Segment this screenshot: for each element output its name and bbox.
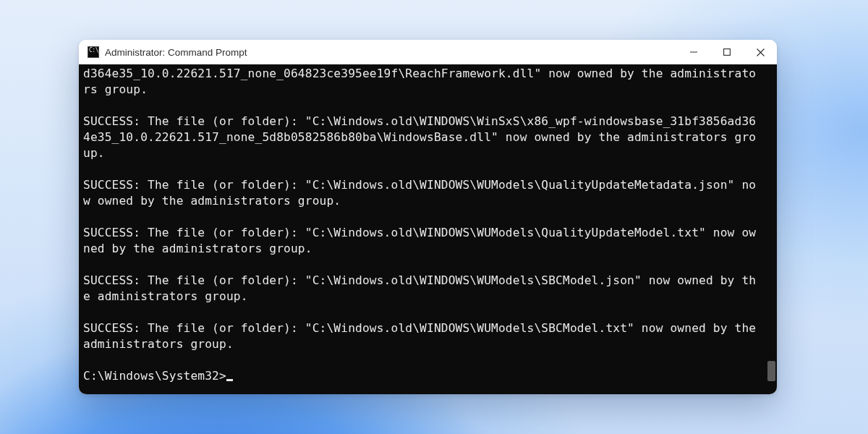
cmd-prompt-icon bbox=[88, 46, 99, 58]
terminal-line: d364e35_10.0.22621.517_none_064823ce395e… bbox=[83, 66, 762, 98]
terminal-line: SUCCESS: The file (or folder): "C:\Windo… bbox=[83, 225, 762, 257]
terminal-line: SUCCESS: The file (or folder): "C:\Windo… bbox=[83, 320, 762, 352]
maximize-button[interactable] bbox=[710, 40, 744, 64]
terminal-prompt-line[interactable]: C:\Windows\System32> bbox=[83, 368, 762, 384]
vertical-scrollbar[interactable] bbox=[766, 64, 777, 394]
close-button[interactable] bbox=[744, 40, 777, 64]
terminal-line: SUCCESS: The file (or folder): "C:\Windo… bbox=[83, 114, 762, 161]
terminal-line bbox=[83, 161, 762, 177]
scrollbar-track[interactable] bbox=[767, 64, 775, 394]
command-prompt-window: Administrator: Command Prompt d364e35_1 bbox=[79, 40, 777, 394]
terminal-line bbox=[83, 257, 762, 273]
terminal-line: SUCCESS: The file (or folder): "C:\Windo… bbox=[83, 177, 762, 209]
terminal-prompt: C:\Windows\System32> bbox=[83, 369, 226, 383]
terminal-line bbox=[83, 352, 762, 368]
close-icon bbox=[757, 48, 765, 56]
maximize-icon bbox=[723, 48, 731, 56]
terminal-area: d364e35_10.0.22621.517_none_064823ce395e… bbox=[79, 64, 777, 394]
terminal-line bbox=[83, 305, 762, 320]
window-controls bbox=[677, 40, 777, 64]
scrollbar-thumb[interactable] bbox=[767, 361, 775, 380]
window-titlebar[interactable]: Administrator: Command Prompt bbox=[79, 40, 777, 64]
minimize-icon bbox=[690, 48, 697, 56]
minimize-button[interactable] bbox=[677, 40, 710, 64]
terminal-line: SUCCESS: The file (or folder): "C:\Windo… bbox=[83, 273, 762, 305]
terminal-line bbox=[83, 209, 762, 225]
terminal-line bbox=[83, 98, 762, 114]
svg-rect-1 bbox=[724, 49, 731, 56]
terminal-cursor bbox=[226, 379, 233, 381]
window-title: Administrator: Command Prompt bbox=[105, 46, 677, 58]
terminal-output[interactable]: d364e35_10.0.22621.517_none_064823ce395e… bbox=[79, 64, 766, 394]
